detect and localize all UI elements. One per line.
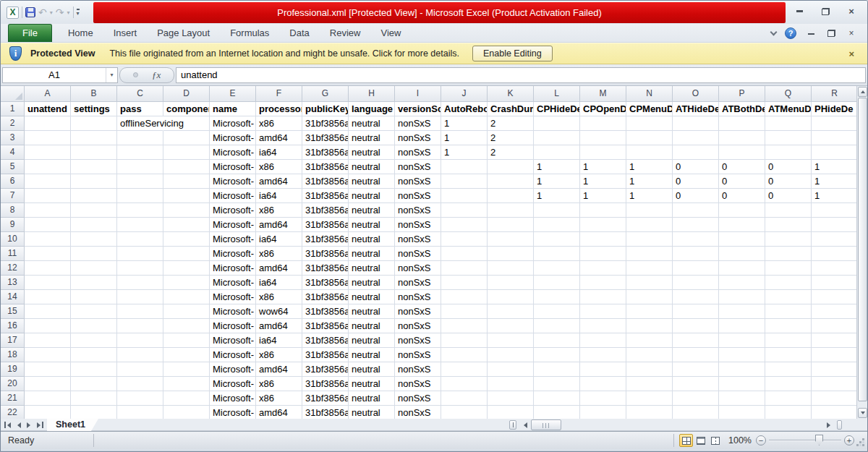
cell-Q17[interactable]: [765, 333, 812, 348]
cell-H22[interactable]: neutral: [349, 406, 395, 419]
cell-F12[interactable]: amd64: [256, 261, 302, 276]
cell-G8[interactable]: 31bf3856a: [302, 203, 349, 218]
cell-J5[interactable]: [441, 160, 488, 174]
column-header-R[interactable]: R: [812, 86, 858, 102]
row-header-14[interactable]: 14: [1, 290, 25, 304]
cell-E15[interactable]: Microsoft-: [210, 304, 256, 319]
cell-Q3[interactable]: [765, 131, 812, 145]
cell-K11[interactable]: [488, 247, 534, 261]
vertical-scrollbar[interactable]: [856, 86, 867, 419]
cell-O8[interactable]: [673, 203, 719, 218]
row-header-2[interactable]: 2: [1, 116, 25, 131]
cell-K10[interactable]: [488, 232, 534, 247]
cell-F3[interactable]: amd64: [256, 131, 302, 145]
cell-M3[interactable]: [580, 131, 626, 145]
cell-C21[interactable]: [117, 391, 163, 406]
cell-E6[interactable]: Microsoft-: [210, 174, 256, 189]
cell-I22[interactable]: nonSxS: [395, 406, 441, 419]
cell-M16[interactable]: [580, 319, 626, 333]
cell-C13[interactable]: [117, 276, 163, 290]
cell-N21[interactable]: [626, 391, 673, 406]
cell-L6[interactable]: 1: [534, 174, 580, 189]
cell-B21[interactable]: [71, 391, 117, 406]
cell-P17[interactable]: [719, 333, 765, 348]
cell-C5[interactable]: [117, 160, 163, 174]
cell-N22[interactable]: [626, 406, 673, 419]
column-header-A[interactable]: A: [25, 86, 71, 102]
row-header-6[interactable]: 6: [1, 174, 25, 189]
cell-J3[interactable]: 1: [441, 131, 488, 145]
cell-I2[interactable]: nonSxS: [395, 116, 441, 131]
column-header-K[interactable]: K: [488, 86, 534, 102]
cell-N10[interactable]: [626, 232, 673, 247]
column-header-Q[interactable]: Q: [765, 86, 812, 102]
column-header-J[interactable]: J: [441, 86, 488, 102]
cell-M20[interactable]: [580, 377, 626, 391]
cell-G3[interactable]: 31bf3856a: [302, 131, 349, 145]
cell-R20[interactable]: [812, 377, 858, 391]
cell-O9[interactable]: [673, 218, 719, 232]
cell-Q10[interactable]: [765, 232, 812, 247]
cell-O12[interactable]: [673, 261, 719, 276]
cell-C17[interactable]: [117, 333, 163, 348]
cell-A18[interactable]: [25, 348, 71, 362]
zoom-out-button[interactable]: −: [756, 435, 766, 445]
cell-O10[interactable]: [673, 232, 719, 247]
cell-H16[interactable]: neutral: [349, 319, 395, 333]
cell-A5[interactable]: [25, 160, 71, 174]
cell-H18[interactable]: neutral: [349, 348, 395, 362]
cell-G6[interactable]: 31bf3856a: [302, 174, 349, 189]
cell-K17[interactable]: [488, 333, 534, 348]
cell-R14[interactable]: [812, 290, 858, 304]
cell-K19[interactable]: [488, 362, 534, 377]
cell-E10[interactable]: Microsoft-: [210, 232, 256, 247]
cell-M12[interactable]: [580, 261, 626, 276]
cell-G4[interactable]: 31bf3856a: [302, 145, 349, 160]
cell-O22[interactable]: [673, 406, 719, 419]
cell-E11[interactable]: Microsoft-: [210, 247, 256, 261]
scroll-up-icon[interactable]: [858, 87, 867, 97]
cell-Q6[interactable]: 0: [765, 174, 812, 189]
cell-A19[interactable]: [25, 362, 71, 377]
cell-P5[interactable]: 0: [719, 160, 765, 174]
cell-O7[interactable]: 0: [673, 189, 719, 203]
cell-H13[interactable]: neutral: [349, 276, 395, 290]
cell-R15[interactable]: [812, 304, 858, 319]
cell-R16[interactable]: [812, 319, 858, 333]
select-all-corner[interactable]: [1, 86, 25, 102]
tab-data[interactable]: Data: [279, 25, 319, 42]
cell-F18[interactable]: x86: [256, 348, 302, 362]
cell-H4[interactable]: neutral: [349, 145, 395, 160]
cell-P12[interactable]: [719, 261, 765, 276]
cell-C1[interactable]: pass: [117, 102, 163, 116]
cell-O1[interactable]: ATHideDe: [673, 102, 719, 116]
cell-K13[interactable]: [488, 276, 534, 290]
cell-A3[interactable]: [25, 131, 71, 145]
cell-B9[interactable]: [71, 218, 117, 232]
cell-O4[interactable]: [673, 145, 719, 160]
cell-E2[interactable]: Microsoft-: [210, 116, 256, 131]
cell-B2[interactable]: [71, 116, 117, 131]
cell-A10[interactable]: [25, 232, 71, 247]
cell-D12[interactable]: [163, 261, 210, 276]
column-header-B[interactable]: B: [71, 86, 117, 102]
cell-F8[interactable]: x86: [256, 203, 302, 218]
cell-M19[interactable]: [580, 362, 626, 377]
cell-D6[interactable]: [163, 174, 210, 189]
cell-N11[interactable]: [626, 247, 673, 261]
row-header-8[interactable]: 8: [1, 203, 25, 218]
cell-A22[interactable]: [25, 406, 71, 419]
cell-D11[interactable]: [163, 247, 210, 261]
cell-C6[interactable]: [117, 174, 163, 189]
row-header-1[interactable]: 1: [1, 102, 25, 116]
cell-R9[interactable]: [812, 218, 858, 232]
cell-G2[interactable]: 31bf3856a: [302, 116, 349, 131]
cell-A4[interactable]: [25, 145, 71, 160]
cell-L5[interactable]: 1: [534, 160, 580, 174]
cell-J20[interactable]: [441, 377, 488, 391]
cell-R22[interactable]: [812, 406, 858, 419]
cell-Q5[interactable]: 0: [765, 160, 812, 174]
cell-H15[interactable]: neutral: [349, 304, 395, 319]
cell-J17[interactable]: [441, 333, 488, 348]
tab-scrollbar-splitter[interactable]: [509, 420, 516, 430]
